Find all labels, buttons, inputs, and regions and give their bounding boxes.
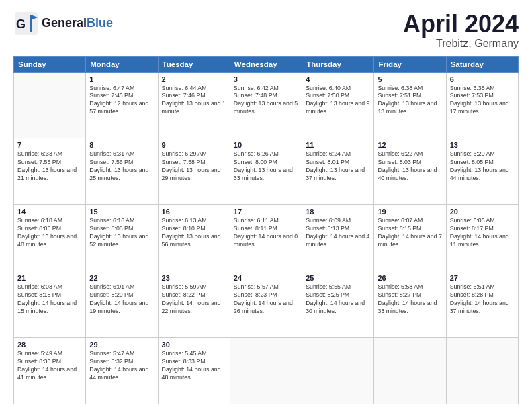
cell-info: Sunrise: 6:07 AMSunset: 8:15 PMDaylight:…: [378, 217, 442, 249]
calendar-day-header: Monday: [86, 56, 158, 72]
calendar-cell: 19Sunrise: 6:07 AMSunset: 8:15 PMDayligh…: [374, 205, 446, 271]
cell-day-number: 21: [17, 274, 82, 282]
calendar-week-row: 21Sunrise: 6:03 AMSunset: 8:18 PMDayligh…: [14, 271, 519, 338]
svg-text:G: G: [16, 17, 26, 31]
calendar-week-row: 14Sunrise: 6:18 AMSunset: 8:06 PMDayligh…: [14, 205, 519, 271]
calendar-cell: 22Sunrise: 6:01 AMSunset: 8:20 PMDayligh…: [86, 271, 158, 338]
cell-day-number: 12: [378, 141, 442, 149]
cell-day-number: 18: [306, 208, 370, 216]
page-subtitle: Trebitz, Germany: [403, 38, 519, 50]
cell-day-number: 2: [162, 75, 226, 83]
calendar-cell: 29Sunrise: 5:47 AMSunset: 8:32 PMDayligh…: [86, 338, 158, 404]
calendar-cell: 26Sunrise: 5:53 AMSunset: 8:27 PMDayligh…: [374, 271, 446, 338]
calendar-cell: 17Sunrise: 6:11 AMSunset: 8:11 PMDayligh…: [230, 205, 302, 271]
calendar-cell: 3Sunrise: 6:42 AMSunset: 7:48 PMDaylight…: [230, 72, 302, 138]
calendar-cell: 13Sunrise: 6:20 AMSunset: 8:05 PMDayligh…: [446, 138, 518, 205]
cell-info: Sunrise: 6:47 AMSunset: 7:45 PMDaylight:…: [89, 85, 154, 117]
cell-info: Sunrise: 6:44 AMSunset: 7:46 PMDaylight:…: [162, 85, 226, 117]
calendar-header-row: SundayMondayTuesdayWednesdayThursdayFrid…: [14, 56, 519, 72]
cell-info: Sunrise: 6:13 AMSunset: 8:10 PMDaylight:…: [162, 217, 226, 249]
calendar-body: 1Sunrise: 6:47 AMSunset: 7:45 PMDaylight…: [14, 72, 519, 404]
calendar-cell: 5Sunrise: 6:38 AMSunset: 7:51 PMDaylight…: [374, 72, 446, 138]
calendar-cell: 25Sunrise: 5:55 AMSunset: 8:25 PMDayligh…: [302, 271, 374, 338]
calendar-cell: [302, 338, 374, 404]
calendar-cell: [446, 338, 518, 404]
calendar-cell: 20Sunrise: 6:05 AMSunset: 8:17 PMDayligh…: [446, 205, 518, 271]
cell-day-number: 8: [89, 141, 154, 149]
calendar-cell: 2Sunrise: 6:44 AMSunset: 7:46 PMDaylight…: [158, 72, 230, 138]
calendar-day-header: Saturday: [446, 56, 518, 72]
calendar-day-header: Tuesday: [158, 56, 230, 72]
calendar-cell: [230, 338, 302, 404]
cell-info: Sunrise: 6:22 AMSunset: 8:03 PMDaylight:…: [378, 150, 442, 183]
calendar-cell: 15Sunrise: 6:16 AMSunset: 8:08 PMDayligh…: [86, 205, 158, 271]
cell-info: Sunrise: 5:51 AMSunset: 8:28 PMDaylight:…: [450, 283, 515, 316]
calendar-cell: [14, 72, 86, 138]
cell-info: Sunrise: 6:38 AMSunset: 7:51 PMDaylight:…: [378, 85, 442, 117]
cell-day-number: 14: [17, 208, 82, 216]
cell-info: Sunrise: 5:53 AMSunset: 8:27 PMDaylight:…: [378, 283, 442, 316]
calendar-cell: 28Sunrise: 5:49 AMSunset: 8:30 PMDayligh…: [14, 338, 86, 404]
cell-day-number: 30: [162, 340, 226, 349]
calendar-cell: 8Sunrise: 6:31 AMSunset: 7:56 PMDaylight…: [86, 138, 158, 205]
cell-info: Sunrise: 6:33 AMSunset: 7:55 PMDaylight:…: [17, 150, 82, 183]
cell-day-number: 6: [450, 75, 515, 83]
calendar-day-header: Friday: [374, 56, 446, 72]
calendar-cell: 24Sunrise: 5:57 AMSunset: 8:23 PMDayligh…: [230, 271, 302, 338]
cell-info: Sunrise: 6:09 AMSunset: 8:13 PMDaylight:…: [306, 217, 370, 249]
header: G GeneralBlue April 2024 Trebitz, German…: [13, 11, 519, 50]
cell-info: Sunrise: 6:31 AMSunset: 7:56 PMDaylight:…: [89, 150, 154, 183]
calendar-day-header: Wednesday: [230, 56, 302, 72]
cell-info: Sunrise: 6:18 AMSunset: 8:06 PMDaylight:…: [17, 217, 82, 249]
cell-day-number: 19: [378, 208, 442, 216]
cell-day-number: 15: [89, 208, 154, 216]
cell-info: Sunrise: 5:45 AMSunset: 8:33 PMDaylight:…: [162, 350, 226, 382]
calendar-table: SundayMondayTuesdayWednesdayThursdayFrid…: [13, 56, 519, 404]
cell-day-number: 16: [162, 208, 226, 216]
cell-day-number: 25: [306, 274, 370, 282]
cell-info: Sunrise: 5:59 AMSunset: 8:22 PMDaylight:…: [162, 283, 226, 316]
cell-info: Sunrise: 5:49 AMSunset: 8:30 PMDaylight:…: [17, 350, 82, 382]
cell-day-number: 20: [450, 208, 515, 216]
cell-info: Sunrise: 6:03 AMSunset: 8:18 PMDaylight:…: [17, 283, 82, 316]
cell-info: Sunrise: 5:57 AMSunset: 8:23 PMDaylight:…: [234, 283, 298, 316]
page: G GeneralBlue April 2024 Trebitz, German…: [0, 0, 532, 411]
cell-day-number: 3: [234, 75, 298, 83]
cell-day-number: 27: [450, 274, 515, 282]
cell-day-number: 28: [17, 340, 82, 349]
calendar-cell: 18Sunrise: 6:09 AMSunset: 8:13 PMDayligh…: [302, 205, 374, 271]
cell-day-number: 4: [306, 75, 370, 83]
calendar-cell: 4Sunrise: 6:40 AMSunset: 7:50 PMDaylight…: [302, 72, 374, 138]
cell-day-number: 26: [378, 274, 442, 282]
cell-info: Sunrise: 6:29 AMSunset: 7:58 PMDaylight:…: [162, 150, 226, 183]
calendar-cell: 6Sunrise: 6:35 AMSunset: 7:53 PMDaylight…: [446, 72, 518, 138]
cell-day-number: 10: [234, 141, 298, 149]
calendar-cell: 10Sunrise: 6:26 AMSunset: 8:00 PMDayligh…: [230, 138, 302, 205]
calendar-day-header: Thursday: [302, 56, 374, 72]
cell-info: Sunrise: 5:55 AMSunset: 8:25 PMDaylight:…: [306, 283, 370, 316]
cell-info: Sunrise: 6:05 AMSunset: 8:17 PMDaylight:…: [450, 217, 515, 249]
calendar-cell: 12Sunrise: 6:22 AMSunset: 8:03 PMDayligh…: [374, 138, 446, 205]
calendar-cell: 1Sunrise: 6:47 AMSunset: 7:45 PMDaylight…: [86, 72, 158, 138]
calendar-cell: 11Sunrise: 6:24 AMSunset: 8:01 PMDayligh…: [302, 138, 374, 205]
cell-info: Sunrise: 6:01 AMSunset: 8:20 PMDaylight:…: [89, 283, 154, 316]
calendar-cell: 9Sunrise: 6:29 AMSunset: 7:58 PMDaylight…: [158, 138, 230, 205]
cell-day-number: 13: [450, 141, 515, 149]
calendar-cell: 7Sunrise: 6:33 AMSunset: 7:55 PMDaylight…: [14, 138, 86, 205]
logo-general: General: [42, 16, 87, 30]
logo: G GeneralBlue: [13, 11, 113, 36]
page-title: April 2024: [403, 11, 519, 38]
cell-info: Sunrise: 6:35 AMSunset: 7:53 PMDaylight:…: [450, 85, 515, 117]
title-block: April 2024 Trebitz, Germany: [403, 11, 519, 50]
cell-day-number: 22: [89, 274, 154, 282]
calendar-cell: [374, 338, 446, 404]
calendar-week-row: 1Sunrise: 6:47 AMSunset: 7:45 PMDaylight…: [14, 72, 519, 138]
cell-info: Sunrise: 5:47 AMSunset: 8:32 PMDaylight:…: [89, 350, 154, 382]
cell-info: Sunrise: 6:20 AMSunset: 8:05 PMDaylight:…: [450, 150, 515, 183]
calendar-cell: 30Sunrise: 5:45 AMSunset: 8:33 PMDayligh…: [158, 338, 230, 404]
calendar-cell: 14Sunrise: 6:18 AMSunset: 8:06 PMDayligh…: [14, 205, 86, 271]
cell-day-number: 17: [234, 208, 298, 216]
cell-day-number: 11: [306, 141, 370, 149]
cell-day-number: 7: [17, 141, 82, 149]
cell-day-number: 5: [378, 75, 442, 83]
